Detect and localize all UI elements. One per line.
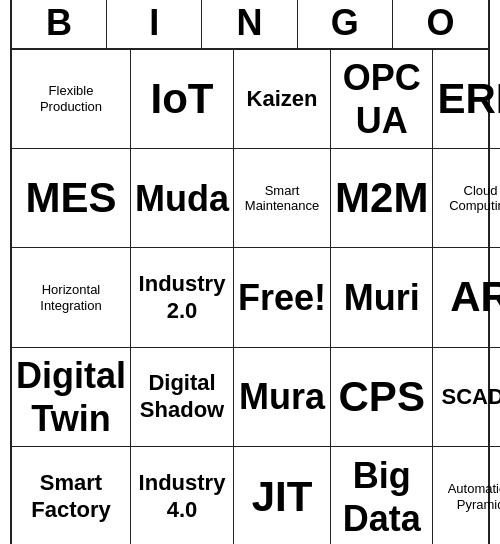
bingo-cell[interactable]: Smart Factory <box>12 447 131 544</box>
bingo-cell[interactable]: Automation Pyramid <box>433 447 500 544</box>
cell-text: M2M <box>335 173 428 223</box>
cell-text: Industry 2.0 <box>135 271 229 324</box>
cell-text: Mura <box>239 375 325 418</box>
cell-text: Industry 4.0 <box>135 470 229 523</box>
cell-text: Kaizen <box>247 86 318 112</box>
bingo-cell[interactable]: Big Data <box>331 447 433 544</box>
bingo-cell[interactable]: IoT <box>131 50 234 149</box>
cell-text: Automation Pyramid <box>437 481 500 512</box>
cell-text: Smart Maintenance <box>238 183 326 214</box>
bingo-cell[interactable]: Muri <box>331 248 433 347</box>
cell-text: Free! <box>238 276 326 319</box>
bingo-grid: Flexible ProductionIoTKaizenOPC UAERPMES… <box>12 50 488 544</box>
header-letter: B <box>12 0 107 48</box>
bingo-cell[interactable]: Mura <box>234 348 331 447</box>
cell-text: Muri <box>344 276 420 319</box>
cell-text: AR <box>450 272 500 322</box>
bingo-cell[interactable]: ERP <box>433 50 500 149</box>
cell-text: Horizontal Integration <box>16 282 126 313</box>
header-letter: I <box>107 0 202 48</box>
bingo-cell[interactable]: Flexible Production <box>12 50 131 149</box>
bingo-cell[interactable]: Smart Maintenance <box>234 149 331 248</box>
header-letter: O <box>393 0 488 48</box>
bingo-cell[interactable]: Free! <box>234 248 331 347</box>
cell-text: CPS <box>339 372 425 422</box>
bingo-cell[interactable]: Digital Twin <box>12 348 131 447</box>
bingo-cell[interactable]: JIT <box>234 447 331 544</box>
bingo-cell[interactable]: SCADA <box>433 348 500 447</box>
cell-text: Digital Twin <box>16 354 126 440</box>
cell-text: SCADA <box>441 384 500 410</box>
bingo-cell[interactable]: Muda <box>131 149 234 248</box>
cell-text: IoT <box>151 74 214 124</box>
bingo-cell[interactable]: Industry 2.0 <box>131 248 234 347</box>
header-letter: N <box>202 0 297 48</box>
bingo-cell[interactable]: Digital Shadow <box>131 348 234 447</box>
cell-text: JIT <box>252 472 313 522</box>
bingo-cell[interactable]: M2M <box>331 149 433 248</box>
bingo-header: BINGO <box>12 0 488 50</box>
cell-text: Digital Shadow <box>135 370 229 423</box>
bingo-cell[interactable]: Cloud Computing <box>433 149 500 248</box>
cell-text: OPC UA <box>335 56 428 142</box>
cell-text: Muda <box>135 177 229 220</box>
cell-text: MES <box>26 173 117 223</box>
bingo-cell[interactable]: AR <box>433 248 500 347</box>
cell-text: Smart Factory <box>16 470 126 523</box>
bingo-cell[interactable]: Industry 4.0 <box>131 447 234 544</box>
cell-text: Flexible Production <box>16 83 126 114</box>
bingo-cell[interactable]: MES <box>12 149 131 248</box>
header-letter: G <box>298 0 393 48</box>
bingo-cell[interactable]: OPC UA <box>331 50 433 149</box>
bingo-cell[interactable]: Kaizen <box>234 50 331 149</box>
cell-text: ERP <box>437 74 500 124</box>
cell-text: Big Data <box>335 454 428 540</box>
bingo-card: BINGO Flexible ProductionIoTKaizenOPC UA… <box>10 0 490 544</box>
cell-text: Cloud Computing <box>437 183 500 214</box>
bingo-cell[interactable]: CPS <box>331 348 433 447</box>
bingo-cell[interactable]: Horizontal Integration <box>12 248 131 347</box>
